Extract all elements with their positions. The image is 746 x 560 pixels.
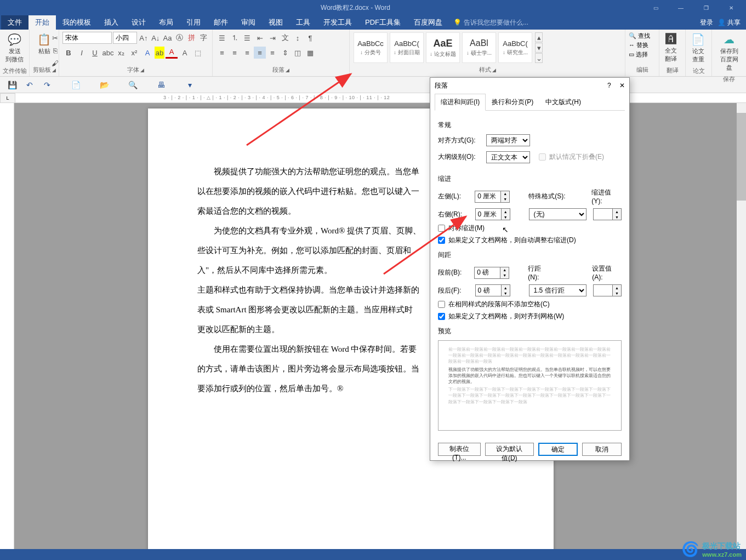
- italic-button[interactable]: I: [76, 47, 88, 59]
- menu-baidu[interactable]: 百度网盘: [407, 15, 449, 30]
- find-button[interactable]: 🔍 查找: [629, 32, 650, 40]
- dialog-help[interactable]: ?: [607, 82, 611, 89]
- spin-up[interactable]: ▲: [502, 285, 510, 290]
- line-spacing[interactable]: ⇕: [279, 47, 291, 59]
- checkbox-snap-to-grid[interactable]: [438, 313, 445, 320]
- cut-button[interactable]: ✂: [49, 32, 61, 44]
- character-border[interactable]: ⬚: [192, 47, 204, 59]
- format-painter[interactable]: 🖌: [49, 57, 61, 69]
- multilevel-list[interactable]: ☰: [241, 32, 253, 44]
- align-center[interactable]: ≡: [229, 47, 241, 59]
- menu-file[interactable]: 文件: [1, 15, 29, 30]
- paragraph-launcher[interactable]: ◢: [286, 67, 289, 73]
- login-link[interactable]: 登录: [700, 18, 713, 27]
- shading-button[interactable]: ◫: [292, 47, 304, 59]
- character-shading[interactable]: A: [179, 47, 191, 59]
- qat-open[interactable]: 📂: [98, 78, 111, 92]
- dialog-close[interactable]: ✕: [619, 82, 625, 89]
- increase-indent[interactable]: ⇥: [266, 32, 278, 44]
- spin-down[interactable]: ▼: [501, 197, 509, 202]
- style-item[interactable]: AaBbCc↓ 分类号: [354, 32, 388, 63]
- spin-up[interactable]: ▲: [502, 209, 510, 214]
- styles-launcher[interactable]: ◢: [492, 67, 496, 73]
- qat-undo[interactable]: ↶: [23, 78, 36, 92]
- styles-more[interactable]: ⌄: [535, 53, 543, 63]
- menu-mail[interactable]: 邮件: [207, 15, 235, 30]
- distributed[interactable]: ≡: [266, 47, 278, 59]
- highlight-button[interactable]: ab: [155, 47, 164, 59]
- spin-down[interactable]: ▼: [613, 214, 621, 220]
- grow-font[interactable]: A↑: [138, 32, 149, 44]
- align-right[interactable]: ≡: [241, 47, 253, 59]
- input-space-before[interactable]: [474, 267, 500, 279]
- bullets-button[interactable]: ☰: [216, 32, 228, 44]
- spin-down[interactable]: ▼: [502, 214, 510, 220]
- show-marks[interactable]: ¶: [304, 32, 316, 44]
- checkbox-no-space-same-style[interactable]: [438, 301, 445, 308]
- font-color[interactable]: A: [166, 47, 178, 59]
- text-effects[interactable]: A: [141, 47, 153, 59]
- clear-formatting[interactable]: Ⓐ: [174, 32, 185, 44]
- justify[interactable]: ≡: [254, 47, 266, 59]
- replace-button[interactable]: ↔ 替换: [629, 41, 648, 49]
- menu-view[interactable]: 视图: [262, 15, 289, 30]
- numbering-button[interactable]: ⒈: [229, 32, 241, 44]
- button-cancel[interactable]: 取消: [582, 443, 622, 456]
- spin-down[interactable]: ▼: [500, 273, 509, 278]
- select-button[interactable]: ▭ 选择: [629, 50, 648, 59]
- menu-home[interactable]: 开始: [29, 15, 56, 30]
- close-button[interactable]: ✕: [719, 0, 744, 15]
- qat-new[interactable]: 📄: [69, 78, 82, 92]
- spin-down[interactable]: ▼: [502, 290, 510, 296]
- copy-button[interactable]: ⎘: [49, 44, 61, 56]
- menu-pdf[interactable]: PDF工具集: [358, 15, 407, 30]
- vertical-ruler[interactable]: [0, 103, 14, 549]
- menu-references[interactable]: 引用: [180, 15, 207, 30]
- input-left-indent[interactable]: [475, 191, 501, 203]
- style-item[interactable]: AaBbC(↓ 研究生...: [498, 32, 532, 63]
- menu-devtools[interactable]: 开发工具: [317, 15, 358, 30]
- font-size-combo[interactable]: [113, 32, 137, 44]
- spin-down[interactable]: ▼: [613, 290, 621, 296]
- horizontal-ruler[interactable]: 3 · | · 2 · | · 1 · | · △ | · 1 · | · 2 …: [15, 93, 746, 103]
- decrease-indent[interactable]: ⇤: [254, 32, 266, 44]
- select-special-indent[interactable]: (无): [529, 208, 586, 220]
- full-translate[interactable]: 🅰全文 翻译: [663, 32, 679, 64]
- checkbox-auto-right-indent[interactable]: [438, 237, 445, 244]
- input-right-indent[interactable]: [475, 208, 502, 220]
- qat-save[interactable]: 💾: [5, 78, 19, 92]
- spin-up[interactable]: ▲: [501, 191, 509, 197]
- styles-down[interactable]: ▾: [535, 43, 543, 53]
- spin-up[interactable]: ▲: [613, 285, 621, 290]
- qat-preview[interactable]: 🔍: [126, 78, 139, 92]
- input-set-value[interactable]: [593, 284, 613, 296]
- font-launcher[interactable]: ◢: [140, 67, 144, 73]
- enclose-chars[interactable]: 字: [198, 32, 209, 44]
- save-to-baidu[interactable]: ☁保存到 百度网盘: [715, 32, 743, 73]
- button-set-default[interactable]: 设为默认值(D): [485, 443, 534, 456]
- checkbox-mirror-indent[interactable]: [438, 225, 445, 232]
- vertical-scrollbar[interactable]: [737, 103, 746, 549]
- phonetic-guide[interactable]: 拼: [186, 32, 197, 44]
- menu-tools[interactable]: 工具: [289, 15, 317, 30]
- qat-more[interactable]: ▾: [183, 78, 196, 92]
- menu-layout[interactable]: 布局: [152, 15, 180, 30]
- button-ok[interactable]: 确定: [538, 443, 578, 456]
- font-name-combo[interactable]: [62, 32, 112, 44]
- sort-button[interactable]: ↕: [292, 32, 304, 44]
- qat-print[interactable]: 🖶: [155, 78, 168, 92]
- share-button[interactable]: 👤 共享: [717, 18, 741, 27]
- select-outline-level[interactable]: 正文文本: [486, 151, 530, 163]
- align-left[interactable]: ≡: [216, 47, 228, 59]
- input-indent-value[interactable]: [593, 208, 613, 220]
- minimize-button[interactable]: —: [668, 0, 693, 15]
- send-to-wechat[interactable]: 💬发送 到微信: [3, 32, 26, 65]
- menu-design[interactable]: 设计: [125, 15, 152, 30]
- superscript-button[interactable]: x²: [128, 47, 140, 59]
- change-case[interactable]: Aa: [162, 32, 173, 44]
- tab-cjk-layout[interactable]: 中文版式(H): [539, 94, 587, 111]
- spin-up[interactable]: ▲: [613, 209, 621, 214]
- asian-layout[interactable]: 文: [279, 32, 291, 44]
- tab-indent-spacing[interactable]: 缩进和间距(I): [435, 94, 486, 111]
- menu-insert[interactable]: 插入: [98, 15, 125, 30]
